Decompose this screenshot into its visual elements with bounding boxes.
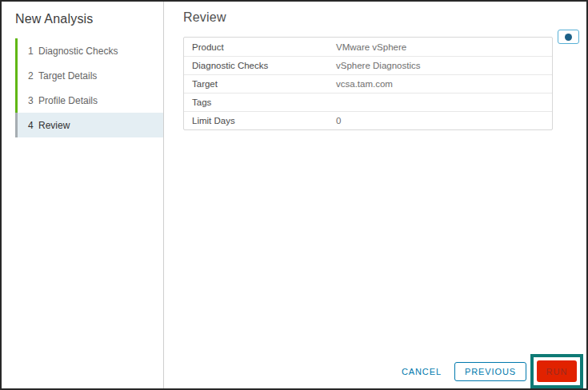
row-label: Target xyxy=(184,79,336,89)
row-value: 0 xyxy=(336,116,341,125)
page-title: Review xyxy=(183,10,586,25)
step-label: Target Details xyxy=(38,70,97,82)
highlight-annotation: RUN xyxy=(530,354,583,388)
wizard-footer: CANCEL PREVIOUS RUN xyxy=(402,354,583,388)
wizard-steps: 1 Diagnostic Checks 2 Target Details 3 P… xyxy=(15,38,163,137)
row-label: Limit Days xyxy=(184,116,336,125)
run-button[interactable]: RUN xyxy=(537,360,577,382)
info-button[interactable] xyxy=(558,30,579,44)
previous-button[interactable]: PREVIOUS xyxy=(454,362,526,381)
table-row-target: Target vcsa.tam.com xyxy=(184,74,552,93)
row-label: Product xyxy=(184,42,336,52)
review-panel: Review Product VMware vSphere Diagnostic… xyxy=(164,2,586,388)
step-review[interactable]: 4 Review xyxy=(15,113,163,137)
new-analysis-dialog: New Analysis 1 Diagnostic Checks 2 Targe… xyxy=(0,0,588,390)
step-label: Diagnostic Checks xyxy=(38,46,118,57)
table-row-tags: Tags xyxy=(184,93,552,111)
wizard-sidebar: New Analysis 1 Diagnostic Checks 2 Targe… xyxy=(2,2,164,388)
step-number: 1 xyxy=(28,46,38,57)
step-number: 2 xyxy=(28,70,38,82)
cancel-button[interactable]: CANCEL xyxy=(402,367,442,376)
table-row-product: Product VMware vSphere xyxy=(184,38,552,56)
row-value: VMware vSphere xyxy=(336,42,406,52)
step-target-details[interactable]: 2 Target Details xyxy=(15,63,163,88)
step-diagnostic-checks[interactable]: 1 Diagnostic Checks xyxy=(15,38,163,63)
info-dot-icon xyxy=(565,34,572,41)
wizard-title: New Analysis xyxy=(2,2,163,26)
step-label: Review xyxy=(38,120,70,131)
step-number: 4 xyxy=(28,120,38,131)
step-label: Profile Details xyxy=(38,95,98,106)
step-profile-details[interactable]: 3 Profile Details xyxy=(15,88,163,113)
row-value: vSphere Diagnostics xyxy=(336,61,420,70)
row-label: Tags xyxy=(184,98,336,107)
table-row-diagnostic-checks: Diagnostic Checks vSphere Diagnostics xyxy=(184,56,552,74)
table-row-limit-days: Limit Days 0 xyxy=(184,111,552,129)
row-label: Diagnostic Checks xyxy=(184,61,336,70)
step-number: 3 xyxy=(28,95,38,106)
review-summary-table: Product VMware vSphere Diagnostic Checks… xyxy=(183,37,553,130)
row-value: vcsa.tam.com xyxy=(336,79,393,89)
